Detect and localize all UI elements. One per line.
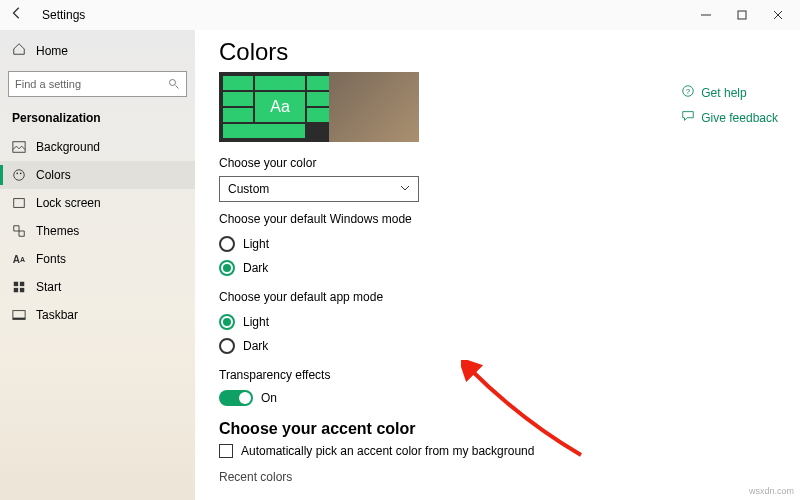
svg-rect-9 [14, 288, 18, 292]
radio-icon [219, 260, 235, 276]
svg-point-5 [20, 172, 22, 174]
maximize-button[interactable] [724, 0, 760, 30]
sidebar-item-label: Fonts [36, 252, 66, 266]
accent-heading: Choose your accent color [219, 420, 776, 438]
svg-point-1 [170, 80, 176, 86]
windows-mode-light[interactable]: Light [219, 232, 776, 256]
color-select-value: Custom [228, 182, 269, 196]
close-button[interactable] [760, 0, 796, 30]
theme-preview: Aa [219, 72, 419, 142]
radio-label: Dark [243, 339, 268, 353]
choose-color-label: Choose your color [219, 156, 776, 170]
app-mode-dark[interactable]: Dark [219, 334, 776, 358]
minimize-button[interactable] [688, 0, 724, 30]
preview-text: Aa [255, 92, 305, 122]
sidebar-item-label: Lock screen [36, 196, 101, 210]
windows-mode-dark[interactable]: Dark [219, 256, 776, 280]
sidebar-item-taskbar[interactable]: Taskbar [0, 301, 195, 329]
sidebar-item-lockscreen[interactable]: Lock screen [0, 189, 195, 217]
link-label: Get help [701, 86, 746, 100]
chevron-down-icon [400, 182, 410, 196]
search-placeholder: Find a setting [15, 78, 81, 90]
svg-rect-8 [20, 282, 24, 286]
taskbar-icon [12, 308, 26, 322]
sidebar-item-themes[interactable]: Themes [0, 217, 195, 245]
watermark: wsxdn.com [749, 486, 794, 496]
radio-label: Light [243, 237, 269, 251]
themes-icon [12, 224, 26, 238]
give-feedback-link[interactable]: Give feedback [681, 109, 778, 126]
picture-icon [12, 140, 26, 154]
sidebar-item-label: Start [36, 280, 61, 294]
svg-rect-6 [14, 199, 25, 208]
link-label: Give feedback [701, 111, 778, 125]
home-button[interactable]: Home [0, 36, 195, 65]
fonts-icon: AA [12, 252, 26, 266]
recent-colors-label: Recent colors [219, 470, 776, 484]
color-select[interactable]: Custom [219, 176, 419, 202]
window-title: Settings [42, 8, 85, 22]
transparency-toggle[interactable] [219, 390, 253, 406]
svg-text:?: ? [686, 87, 691, 96]
page-title: Colors [219, 38, 776, 66]
app-mode-light[interactable]: Light [219, 310, 776, 334]
radio-label: Dark [243, 261, 268, 275]
svg-rect-2 [13, 142, 25, 153]
sidebar-item-label: Background [36, 140, 100, 154]
svg-rect-10 [20, 288, 24, 292]
accent-auto-checkbox[interactable]: Automatically pick an accent color from … [219, 438, 776, 464]
radio-icon [219, 236, 235, 252]
sidebar-section: Personalization [0, 107, 195, 133]
start-icon [12, 280, 26, 294]
svg-rect-7 [14, 282, 18, 286]
main-content: Colors Aa Choose your color Custom Choos… [195, 30, 800, 500]
back-icon[interactable] [10, 6, 30, 24]
lock-icon [12, 196, 26, 210]
sidebar-item-start[interactable]: Start [0, 273, 195, 301]
svg-rect-12 [13, 318, 25, 320]
home-icon [12, 42, 26, 59]
palette-icon [12, 168, 26, 182]
svg-rect-0 [738, 11, 746, 19]
radio-icon [219, 314, 235, 330]
title-bar: Settings [0, 0, 800, 30]
windows-mode-label: Choose your default Windows mode [219, 212, 776, 226]
checkbox-icon [219, 444, 233, 458]
radio-icon [219, 338, 235, 354]
feedback-icon [681, 109, 695, 126]
search-icon [168, 78, 180, 90]
svg-point-3 [14, 170, 25, 181]
sidebar-item-label: Themes [36, 224, 79, 238]
sidebar-item-background[interactable]: Background [0, 133, 195, 161]
sidebar: Home Find a setting Personalization Back… [0, 30, 195, 500]
checkbox-label: Automatically pick an accent color from … [241, 444, 534, 458]
help-icon: ? [681, 84, 695, 101]
sidebar-item-label: Colors [36, 168, 71, 182]
svg-point-4 [16, 172, 18, 174]
sidebar-item-fonts[interactable]: AA Fonts [0, 245, 195, 273]
transparency-value: On [261, 391, 277, 405]
transparency-label: Transparency effects [219, 368, 776, 382]
get-help-link[interactable]: ? Get help [681, 84, 778, 101]
sidebar-item-label: Taskbar [36, 308, 78, 322]
search-input[interactable]: Find a setting [8, 71, 187, 97]
app-mode-label: Choose your default app mode [219, 290, 776, 304]
sidebar-item-colors[interactable]: Colors [0, 161, 195, 189]
radio-label: Light [243, 315, 269, 329]
home-label: Home [36, 44, 68, 58]
